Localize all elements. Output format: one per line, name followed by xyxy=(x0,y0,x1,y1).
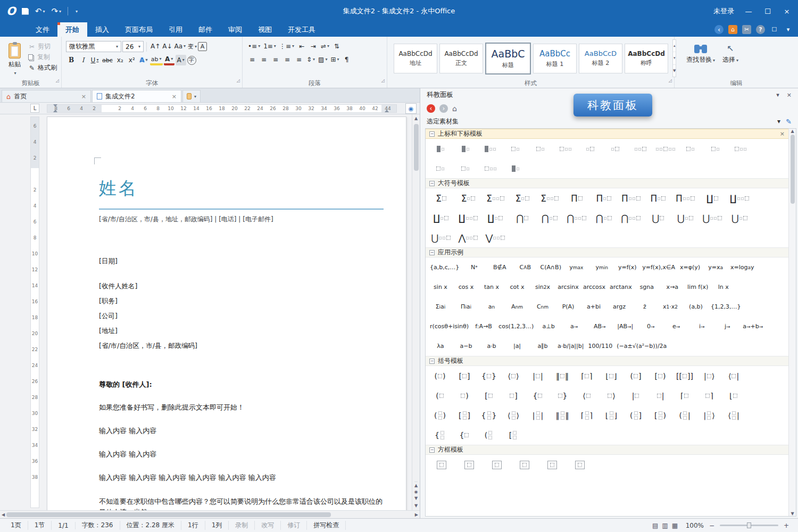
template-tile[interactable] xyxy=(553,140,577,157)
template-tile[interactable]: ymax xyxy=(564,259,588,276)
section-header[interactable]: −方框模板 xyxy=(426,445,788,455)
template-tile[interactable]: 0→ xyxy=(638,318,663,335)
template-tile[interactable]: e→ xyxy=(664,318,688,335)
paragraph[interactable]: 不知道要在求职信中包含哪些内容？您可以简要说明为什么您非常适合该公司以及是该职位… xyxy=(99,496,384,510)
template-tile[interactable]: { xyxy=(453,426,476,444)
change-case-button[interactable]: Aa▾ xyxy=(173,41,187,52)
scroll-up-icon[interactable]: ▲ xyxy=(414,114,418,123)
template-tile[interactable]: arcsinx xyxy=(556,278,580,296)
increase-indent-button[interactable]: ⇥ xyxy=(308,41,319,52)
format-painter-button[interactable]: ✎格式刷 xyxy=(28,63,57,72)
template-tile[interactable]: i→ xyxy=(689,318,714,335)
enclose-character-button[interactable]: 字 xyxy=(187,56,196,65)
template-tile[interactable] xyxy=(567,456,593,473)
nav-forward-icon[interactable]: › xyxy=(439,104,448,113)
template-tile[interactable]: Π xyxy=(564,189,590,207)
materials-dropdown-icon[interactable]: ▾ xyxy=(777,118,780,125)
template-tile[interactable]: ⌈⌉ xyxy=(575,406,598,424)
section-header[interactable]: −大符号模板 xyxy=(426,178,788,188)
template-tile[interactable]: ⟨⟩ xyxy=(502,367,525,385)
template-tile[interactable]: a+bi xyxy=(581,298,606,315)
template-tile[interactable]: ⋃ xyxy=(700,209,726,227)
template-tile[interactable]: ⟨⟩ xyxy=(502,406,525,424)
template-tile[interactable]: ⟨ xyxy=(575,387,598,404)
nav-back-icon[interactable]: ‹ xyxy=(427,104,435,113)
align-left-button[interactable]: ≡ xyxy=(247,54,257,65)
template-tile[interactable]: () xyxy=(428,406,452,424)
status-item[interactable]: 拼写检查 xyxy=(307,521,346,530)
section-header[interactable]: −应用示例 xyxy=(426,247,788,257)
clipboard-dialog-launcher[interactable]: ◿ xyxy=(56,76,59,86)
template-tile[interactable]: ∐ xyxy=(727,189,753,207)
style-item-标题[interactable]: AaBbC标题 xyxy=(485,43,531,74)
bold-button[interactable]: B xyxy=(66,55,77,65)
template-tile[interactable] xyxy=(539,456,566,473)
redo-button[interactable]: ↷▾ xyxy=(51,6,61,16)
panel-menu-icon[interactable]: ▾ xyxy=(776,92,779,98)
template-tile[interactable] xyxy=(456,456,483,473)
login-status[interactable]: 未登录 xyxy=(713,6,734,16)
template-tile[interactable]: a→+b→ xyxy=(741,318,765,335)
template-tile[interactable]: sin2x xyxy=(530,278,555,296)
template-tile[interactable]: ∐ xyxy=(700,189,726,207)
body-paragraphs[interactable]: 如果您准备好书写，删除此提示文本即可开始！输入内容 输入内容输入内容 输入内容输… xyxy=(99,402,384,510)
template-tile[interactable]: {} xyxy=(477,367,501,385)
template-tile[interactable]: cos x xyxy=(454,278,478,296)
template-tile[interactable]: Π xyxy=(591,189,617,207)
template-tile[interactable]: f:A→B xyxy=(471,318,496,335)
template-tile[interactable]: { xyxy=(526,387,550,404)
shading-button[interactable]: ▨▾ xyxy=(317,54,328,65)
template-tile[interactable]: a∥b xyxy=(530,337,555,355)
template-tile[interactable]: ( xyxy=(477,426,501,444)
window-restore-icon[interactable]: ☐ xyxy=(770,25,779,34)
scroll-left-icon[interactable]: ◀ xyxy=(2,512,5,517)
template-tile[interactable]: Σiai xyxy=(428,298,453,315)
scroll-right-icon[interactable]: ▶ xyxy=(415,512,418,517)
template-tile[interactable]: (a,b) xyxy=(684,298,708,315)
style-item-标题 1[interactable]: AaBbCc标题 1 xyxy=(533,44,577,73)
styles-dialog-launcher[interactable]: ◿ xyxy=(669,76,672,86)
template-tile[interactable]: ln x xyxy=(711,278,736,296)
save-button[interactable] xyxy=(22,8,29,15)
template-tile[interactable]: a→ xyxy=(562,318,586,335)
template-tile[interactable]: a·b xyxy=(479,337,504,355)
style-item-标题 2[interactable]: AaBbCcD标题 2 xyxy=(579,44,622,73)
template-tile[interactable]: ⟨| xyxy=(722,406,745,424)
hanging-indent-marker[interactable] xyxy=(53,110,57,112)
menu-tab-邮件[interactable]: 邮件 xyxy=(190,22,220,37)
template-tile[interactable] xyxy=(653,140,677,157)
template-tile[interactable]: ⋃ xyxy=(645,209,671,227)
template-tile[interactable]: ⋂ xyxy=(537,209,563,227)
web-layout-view-icon[interactable]: ▥ xyxy=(662,522,668,529)
document-tab-集成文件2[interactable]: 集成文件2× xyxy=(92,90,181,102)
template-tile[interactable] xyxy=(578,140,602,157)
style-item-正文[interactable]: AaBbCcDd正文 xyxy=(439,44,483,73)
scrollbar-thumb[interactable] xyxy=(6,512,331,517)
print-layout-view-icon[interactable]: ▤ xyxy=(652,522,658,529)
recipient-line[interactable]: [公司] xyxy=(99,309,384,323)
template-tile[interactable] xyxy=(728,140,752,157)
template-tile[interactable]: ⌈ xyxy=(673,387,696,404)
template-tile[interactable]: y=f(x),x∈A xyxy=(641,259,677,276)
template-tile[interactable] xyxy=(503,160,527,177)
template-tile[interactable]: Σ xyxy=(428,189,454,207)
template-tile[interactable]: [[]] xyxy=(673,367,696,385)
menu-tab-页面布局[interactable]: 页面布局 xyxy=(117,22,161,37)
menu-tab-审阅[interactable]: 审阅 xyxy=(220,22,250,37)
template-tile[interactable] xyxy=(428,140,452,157)
minimize-button[interactable]: — xyxy=(744,7,753,15)
template-tile[interactable]: a⊥b xyxy=(536,318,561,335)
template-tile[interactable]: B∉A xyxy=(487,259,512,276)
template-tile[interactable]: [] xyxy=(453,367,476,385)
template-tile[interactable]: an xyxy=(479,298,504,315)
previous-page-icon[interactable]: ▲ xyxy=(414,483,418,488)
menu-tab-视图[interactable]: 视图 xyxy=(250,22,280,37)
template-tile[interactable]: ∐ xyxy=(483,209,509,227)
template-tile[interactable]: || xyxy=(526,406,550,424)
template-tile[interactable]: Σ xyxy=(483,189,509,207)
vertical-ruler[interactable]: 6422468101214161820222426283032343638 xyxy=(29,114,41,510)
template-tile[interactable] xyxy=(478,140,502,157)
close-section-icon[interactable]: × xyxy=(780,130,785,137)
template-tile[interactable]: {} xyxy=(477,406,501,424)
decrease-indent-button[interactable]: ⇤ xyxy=(296,41,307,52)
